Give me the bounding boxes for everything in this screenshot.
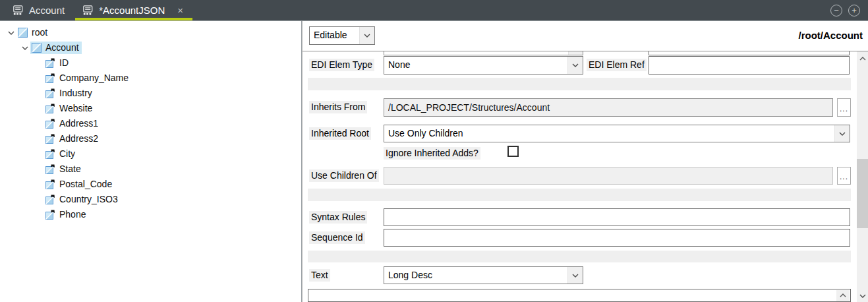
clipped-control <box>649 51 850 55</box>
tab-accountjson[interactable]: *AccountJSON × <box>74 0 194 20</box>
group-separator <box>308 251 851 262</box>
textarea-scrollbar[interactable] <box>836 290 850 301</box>
group-separator <box>308 189 851 201</box>
syntax-rules-label: Syntax Rules <box>309 211 367 224</box>
tree-item-account[interactable]: Account <box>0 40 301 55</box>
scrollbar-thumb[interactable] <box>857 159 868 228</box>
chevron-down-icon <box>834 125 850 142</box>
tree-item-label: Postal_Code <box>58 178 115 191</box>
tree-item-website[interactable]: Website <box>0 101 301 116</box>
form-scroll-area: EDI Elem Type None EDI Elem Ref Inherits… <box>303 51 857 302</box>
inherits-from-label: Inherits From <box>309 101 367 113</box>
tree-item-country-iso3[interactable]: Country_ISO3 <box>0 192 301 207</box>
expand-button[interactable]: + <box>848 5 860 16</box>
tab-account[interactable]: Account <box>4 0 74 20</box>
panel-header: Editable /root/Account <box>303 21 868 51</box>
editable-mode-value: Editable <box>310 27 359 44</box>
tree-item-label: Company_Name <box>58 72 131 84</box>
tree-item-label: ID <box>58 57 71 69</box>
ignore-inherited-adds-checkbox[interactable] <box>507 146 519 157</box>
inherits-from-browse-button[interactable]: ... <box>837 98 851 117</box>
tree-item-label: City <box>58 148 78 160</box>
sequence-id-input[interactable] <box>384 229 850 247</box>
text-select[interactable]: Long Desc <box>384 266 583 284</box>
scroll-down-icon[interactable] <box>857 290 868 301</box>
chevron-down-icon[interactable] <box>19 46 30 50</box>
tree-item-phone[interactable]: Phone <box>0 207 301 222</box>
field-leaf-icon <box>45 88 55 98</box>
ignore-inherited-adds-label: Ignore Inherited Adds? <box>384 147 480 160</box>
inherits-from-field[interactable] <box>384 98 833 117</box>
tree-item-id[interactable]: ID <box>0 55 301 71</box>
chevron-down-icon[interactable] <box>5 31 16 35</box>
long-desc-textarea[interactable] <box>308 289 851 302</box>
chevron-down-icon <box>359 27 374 44</box>
edi-elem-type-select[interactable]: None <box>384 56 583 75</box>
tree-item-label: Address2 <box>58 133 101 145</box>
tab-bar: Account *AccountJSON × − + <box>0 0 868 20</box>
scroll-up-icon[interactable] <box>840 293 846 297</box>
edi-elem-ref-input[interactable] <box>649 56 850 75</box>
syntax-rules-input[interactable] <box>384 208 850 226</box>
edi-elem-type-value: None <box>384 57 567 74</box>
active-tab-underline <box>75 18 192 20</box>
tree-item-label: Website <box>58 102 95 115</box>
structure-form-icon <box>13 5 23 15</box>
structure-form-icon <box>83 5 93 15</box>
tab-label: Account <box>29 5 65 16</box>
field-leaf-icon <box>45 195 55 204</box>
collapse-button[interactable]: − <box>830 5 842 16</box>
tree-item-label: Industry <box>58 87 95 100</box>
field-leaf-icon <box>45 149 55 159</box>
use-children-of-label: Use Children Of <box>309 169 379 182</box>
text-value: Long Desc <box>384 267 567 284</box>
use-children-of-browse-button[interactable]: ... <box>837 167 851 185</box>
chevron-down-icon <box>567 57 583 74</box>
field-leaf-icon <box>45 104 55 113</box>
group-separator <box>308 78 851 90</box>
tree-item-address1[interactable]: Address1 <box>0 116 301 131</box>
field-leaf-icon <box>45 73 55 83</box>
chevron-down-icon <box>567 267 583 284</box>
tabbar-controls: − + <box>830 0 868 20</box>
tree-item-label: Address1 <box>58 117 101 130</box>
tree-item-root[interactable]: root <box>0 25 301 40</box>
inherited-root-select[interactable]: Use Only Children <box>384 125 850 142</box>
sequence-id-label: Sequence Id <box>309 231 365 244</box>
structure-node-icon <box>32 43 42 53</box>
edi-elem-type-label: EDI Elem Type <box>309 59 374 71</box>
use-children-of-field <box>384 167 833 185</box>
close-tab-icon[interactable]: × <box>176 5 185 16</box>
edi-elem-ref-label: EDI Elem Ref <box>587 59 647 71</box>
main-split: root Account ID Company_Name Industry <box>0 20 868 302</box>
tree-item-city[interactable]: City <box>0 146 301 162</box>
clipped-control <box>384 51 583 55</box>
structure-node-icon <box>18 28 28 38</box>
tree-item-label: State <box>58 163 84 175</box>
tree-item-industry[interactable]: Industry <box>0 86 301 101</box>
field-leaf-icon <box>45 179 55 189</box>
editable-mode-select[interactable]: Editable <box>309 26 375 45</box>
tree-item-label: Account <box>44 42 82 54</box>
tab-label: *AccountJSON <box>99 5 165 16</box>
tree-item-company-name[interactable]: Company_Name <box>0 71 301 86</box>
selected-node-highlight: Account <box>30 42 82 54</box>
panel-scrollbar[interactable] <box>857 51 868 302</box>
field-leaf-icon <box>45 134 55 144</box>
field-leaf-icon <box>45 210 55 220</box>
tree-item-state[interactable]: State <box>0 162 301 177</box>
tree-item-label: Country_ISO3 <box>58 193 121 206</box>
text-label: Text <box>309 269 330 282</box>
inherited-root-label: Inherited Root <box>309 127 371 140</box>
field-leaf-icon <box>45 58 55 68</box>
tree-item-postal-code[interactable]: Postal_Code <box>0 177 301 192</box>
field-leaf-icon <box>45 119 55 129</box>
inherited-root-value: Use Only Children <box>384 125 834 142</box>
tree-item-address2[interactable]: Address2 <box>0 131 301 146</box>
structure-tree: root Account ID Company_Name Industry <box>0 21 302 302</box>
tree-item-label: Phone <box>58 208 88 221</box>
field-leaf-icon <box>45 164 55 174</box>
node-path: /root/Account <box>799 30 863 41</box>
scroll-up-icon[interactable] <box>857 53 868 64</box>
properties-panel: Editable /root/Account EDI Elem Type Non… <box>302 21 868 302</box>
